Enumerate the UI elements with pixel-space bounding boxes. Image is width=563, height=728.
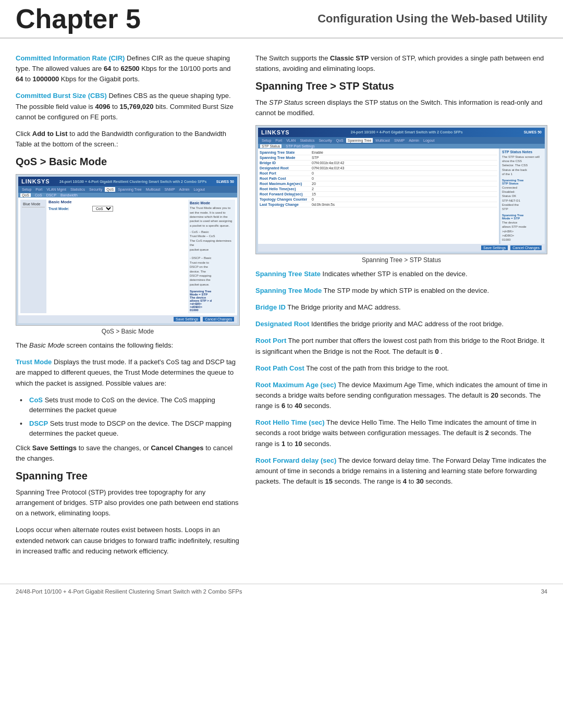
save-settings-btn[interactable]: Save Settings bbox=[174, 317, 200, 322]
stp-row-0: Spanning Tree State Enable bbox=[260, 150, 497, 155]
stp-label-0: Spanning Tree State bbox=[260, 151, 312, 154]
nav-logout[interactable]: Logout bbox=[192, 187, 206, 192]
linksys-sidebar: Blue Mode bbox=[20, 200, 46, 313]
stp-logo: LINKSYS bbox=[261, 129, 290, 135]
stp-nav-security[interactable]: Security bbox=[317, 138, 333, 143]
save-para: Click Save Settings to save the changes,… bbox=[16, 443, 240, 464]
stp-row-9: Topology Changes Counter 0 bbox=[260, 197, 497, 202]
stp-label-10: Last Topology Change bbox=[260, 203, 312, 206]
stp-subnav-stp[interactable]: STP Port Settings bbox=[286, 144, 315, 148]
stp-label-3: Designated Root bbox=[260, 166, 312, 170]
root-max-age-term: Root Maximum Age (sec) bbox=[255, 381, 336, 389]
stp-label-9: Topology Changes Counter bbox=[260, 198, 312, 201]
nav-vlan[interactable]: VLAN Mgmt bbox=[45, 187, 68, 192]
note-title-2: Spanning TreeSTP Status bbox=[502, 179, 543, 185]
stp-row-1: Spanning Tree Mode STP bbox=[260, 155, 497, 161]
stp-cancel-btn[interactable]: Cancel Changes bbox=[510, 245, 542, 250]
bridge-id-desc: Bridge ID The Bridge priority and MAC ad… bbox=[255, 302, 547, 313]
stp-value-9: 0 bbox=[312, 198, 314, 201]
stp-state-desc: Spanning Tree State Indicates whether ST… bbox=[255, 269, 547, 279]
bullet-dscp: DSCP Sets trust mode to DSCP on the devi… bbox=[20, 418, 240, 439]
main-content: Committed Information Rate (CIR) Defines… bbox=[0, 39, 563, 573]
stp-value-2: 07f4:001b:4a:01f:42 bbox=[312, 161, 344, 165]
nav-setup[interactable]: Setup bbox=[20, 187, 33, 192]
nav-statistics[interactable]: Statistics bbox=[69, 187, 87, 192]
subnav-cos[interactable]: CoS bbox=[35, 193, 42, 197]
stp-table-area: Spanning Tree State Enable Spanning Tree… bbox=[258, 149, 499, 244]
stp-label-1: Spanning Tree Mode bbox=[260, 156, 312, 159]
cancel-changes-btn[interactable]: Cancel Changes bbox=[203, 317, 234, 322]
help-values: Spanning Tree Mode = STP The device allo… bbox=[190, 290, 234, 312]
stp-value-5: 0 bbox=[312, 177, 314, 180]
stp-nav-admin[interactable]: Admin bbox=[407, 138, 421, 143]
nav-qos[interactable]: QoS bbox=[105, 187, 115, 192]
stp-row-8: Root Forward Delay(sec) 15 bbox=[260, 192, 497, 197]
stp-label-8: Root Forward Delay(sec) bbox=[260, 192, 312, 196]
stp-nav-multicast[interactable]: Multicast bbox=[374, 138, 391, 143]
page-footer: 24/48-Port 10/100 + 4-Port Gigabit Resil… bbox=[0, 584, 563, 599]
stp-linksys-header: LINKSYS 24-port 10/100 + 4-Port Gigabit … bbox=[258, 128, 545, 137]
stp-value-10: 0d:0h:0min:5s bbox=[312, 203, 335, 206]
stp-note-panel: STP Status Notes The STP Status screen w… bbox=[500, 149, 545, 244]
trust-mode-row: Trust Mode: CoS DSCP bbox=[48, 206, 186, 212]
help-title: Basic Mode bbox=[190, 201, 234, 205]
page-title: Configuration Using the Web-based Utilit… bbox=[151, 5, 547, 32]
nav-snmp[interactable]: SNMP bbox=[163, 187, 176, 192]
subnav-qos[interactable]: QoS bbox=[20, 193, 31, 197]
stp-screenshot: LINKSYS 24-port 10/100 + 4-Port Gigabit … bbox=[255, 125, 547, 254]
stp-nav-setup[interactable]: Setup bbox=[260, 138, 273, 143]
stp-nav-logout[interactable]: Logout bbox=[422, 138, 436, 143]
stp-sub-nav: STP Status STP Port Settings bbox=[258, 144, 545, 149]
stp-label-4: Root Port bbox=[260, 171, 312, 175]
footer-description: 24/48-Port 10/100 + 4-Port Gigabit Resil… bbox=[16, 588, 242, 595]
nav-security[interactable]: Security bbox=[88, 187, 104, 192]
linksys-header: LINKSYS 24-port 10/100 + 4-Port Gigabit … bbox=[18, 177, 237, 186]
stp-mode-desc: Spanning Tree Mode The STP mode by which… bbox=[255, 286, 547, 296]
nav-multicast[interactable]: Multicast bbox=[144, 187, 162, 192]
stp-save-btn[interactable]: Save Settings bbox=[481, 245, 508, 250]
root-max-age-desc: Root Maximum Age (sec) The device Maximu… bbox=[255, 380, 547, 411]
footer-page-number: 34 bbox=[541, 588, 547, 595]
stp-content-wrapper: Spanning Tree State Enable Spanning Tree… bbox=[258, 149, 545, 244]
chapter-label: Chapter 5 bbox=[16, 5, 141, 32]
stp-value-6: 20 bbox=[312, 182, 316, 186]
stp-value-4: 0 bbox=[312, 171, 314, 175]
stp-nav-vlan[interactable]: VLAN bbox=[285, 138, 297, 143]
trust-mode-bullets: CoS Sets trust mode to CoS on the device… bbox=[20, 395, 240, 439]
root-path-cost-desc: Root Path Cost The cost of the path from… bbox=[255, 363, 547, 374]
spanning-tree-para1: Spanning Tree Protocol (STP) provides tr… bbox=[16, 487, 240, 519]
subnav-bandwidth[interactable]: Bandwidth bbox=[60, 193, 78, 197]
stp-value-7: 2 bbox=[312, 187, 314, 191]
cbs-paragraph: Committed Burst Size (CBS) Defines CBS a… bbox=[16, 91, 240, 122]
subnav-dscp[interactable]: DSCP bbox=[46, 193, 56, 197]
nav-admin[interactable]: Admin bbox=[178, 187, 191, 192]
trust-mode-select[interactable]: CoS DSCP bbox=[92, 206, 113, 212]
root-forward-delay-desc: Root Forward delay (sec) The device forw… bbox=[255, 455, 547, 487]
note-text-3: The deviceallows STP mode>d<BR>>dDBO>010… bbox=[502, 220, 543, 242]
root-forward-delay-term: Root Forward delay (sec) bbox=[255, 456, 336, 464]
stp-nav-statistics[interactable]: Statistics bbox=[298, 138, 316, 143]
stp-subnav-status[interactable]: STP Status bbox=[260, 144, 282, 148]
stp-state-term: Spanning Tree State bbox=[255, 270, 321, 278]
stp-nav-spanning[interactable]: Spanning Tree bbox=[346, 138, 373, 143]
qos-screenshot: LINKSYS 24-port 10/100 + 4-Port Gigabit … bbox=[16, 174, 240, 326]
left-column: Committed Information Rate (CIR) Defines… bbox=[16, 53, 240, 563]
linksys-qos-ui: LINKSYS 24-port 10/100 + 4-Port Gigabit … bbox=[16, 175, 239, 325]
stp-value-1: STP bbox=[312, 156, 319, 159]
qos-caption: QoS > Basic Mode bbox=[16, 328, 240, 335]
stp-label-7: Root Hello Time(sec) bbox=[260, 187, 312, 191]
spanning-tree-heading: Spanning Tree bbox=[16, 470, 240, 482]
nav-spanning[interactable]: Spanning Tree bbox=[116, 187, 143, 192]
sub-nav: QoS CoS DSCP Bandwidth bbox=[18, 193, 237, 198]
linksys-stp-ui: LINKSYS 24-port 10/100 + 4-Port Gigabit … bbox=[256, 126, 547, 254]
stp-row-6: Root Maximum Age(sec) 20 bbox=[260, 181, 497, 187]
add-to-list-paragraph: Click Add to List to add the Bandwidth c… bbox=[16, 129, 240, 150]
trust-mode-term: Trust Mode bbox=[16, 358, 52, 366]
stp-row-10: Last Topology Change 0d:0h:0min:5s bbox=[260, 202, 497, 207]
stp-nav-qos[interactable]: QoS bbox=[335, 138, 345, 143]
stp-nav-port[interactable]: Port bbox=[274, 138, 284, 143]
help-panel: Basic Mode The Trust Mode allows you to … bbox=[188, 200, 235, 313]
stp-nav-snmp[interactable]: SNMP bbox=[393, 138, 406, 143]
nav-port[interactable]: Port bbox=[34, 187, 44, 192]
stp-row-4: Root Port 0 bbox=[260, 171, 497, 176]
